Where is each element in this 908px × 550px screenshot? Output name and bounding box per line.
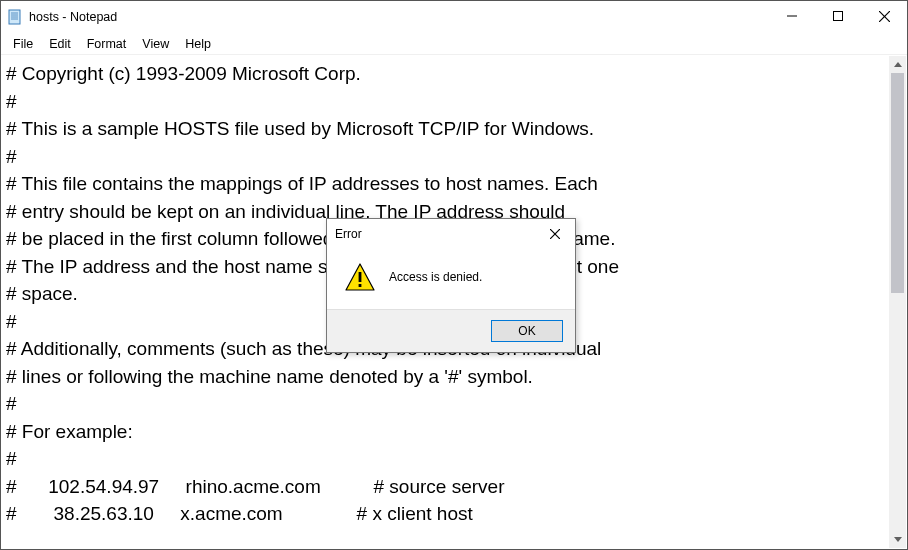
svg-marker-10	[894, 537, 902, 542]
vertical-scrollbar[interactable]	[889, 56, 906, 548]
menu-edit[interactable]: Edit	[41, 35, 79, 53]
svg-rect-6	[834, 12, 843, 21]
warning-icon	[345, 263, 375, 291]
error-dialog: Error Access is denied. OK	[326, 218, 576, 353]
menu-view[interactable]: View	[134, 35, 177, 53]
dialog-titlebar[interactable]: Error	[327, 219, 575, 249]
dialog-body: Access is denied.	[327, 249, 575, 309]
dialog-title: Error	[335, 227, 362, 241]
svg-rect-15	[359, 284, 362, 287]
menubar: File Edit Format View Help	[1, 33, 907, 55]
menu-format[interactable]: Format	[79, 35, 135, 53]
svg-marker-9	[894, 62, 902, 67]
notepad-icon	[7, 9, 23, 25]
dialog-footer: OK	[327, 309, 575, 352]
scroll-down-arrow[interactable]	[889, 531, 906, 548]
minimize-button[interactable]	[769, 1, 815, 31]
window-title: hosts - Notepad	[29, 10, 117, 24]
ok-button[interactable]: OK	[491, 320, 563, 342]
dialog-close-button[interactable]	[535, 221, 575, 247]
window-controls	[769, 1, 907, 31]
scroll-thumb[interactable]	[891, 73, 904, 293]
scroll-up-arrow[interactable]	[889, 56, 906, 73]
titlebar[interactable]: hosts - Notepad	[1, 1, 907, 33]
maximize-button[interactable]	[815, 1, 861, 31]
scroll-track[interactable]	[889, 73, 906, 531]
svg-rect-14	[359, 272, 362, 282]
menu-help[interactable]: Help	[177, 35, 219, 53]
menu-file[interactable]: File	[5, 35, 41, 53]
close-button[interactable]	[861, 1, 907, 31]
dialog-message: Access is denied.	[389, 270, 482, 284]
